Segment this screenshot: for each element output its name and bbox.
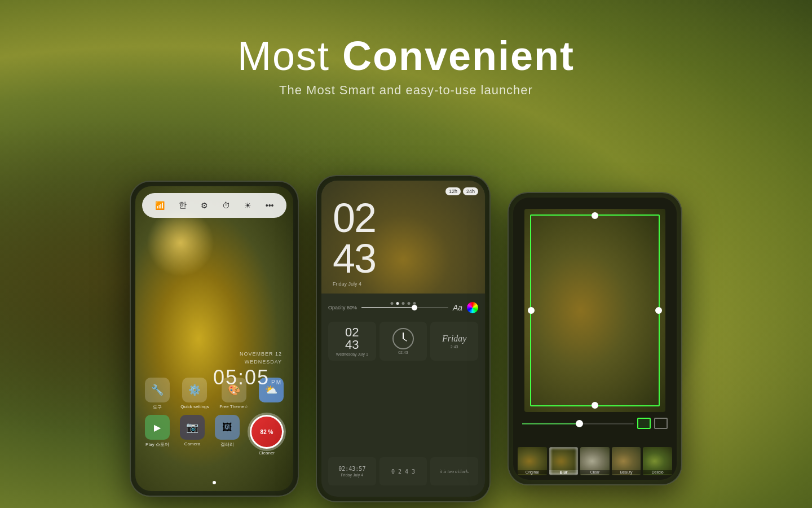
dot-2 [396, 302, 399, 305]
phone-1-date: NOVEMBER 12 WEDNESDAY [213, 351, 282, 366]
crop-handle-left[interactable] [528, 307, 535, 314]
script-sub: 2:43 [451, 345, 458, 349]
font-label[interactable]: Aa [453, 303, 462, 312]
widget-minutes: 43 [345, 339, 359, 351]
widget-date-sub: Wednesday July 1 [336, 352, 368, 356]
thumb-original-label: Original [518, 470, 547, 474]
phone-2-date: Friday July 4 [333, 281, 376, 287]
svg-line-1 [403, 339, 407, 341]
phone-3-thumbnails: Original Blur Clear Beauty Delicio [518, 447, 672, 475]
app-cleaner[interactable]: 82 % Cleaner [250, 415, 284, 456]
phone-1-toolbar[interactable]: 📶 한 ⚙ ⏱ ☀ ••• [142, 193, 286, 218]
phone-1: 📶 한 ⚙ ⏱ ☀ ••• NOVEMBER 12 WEDNESDAY 05:0… [130, 181, 299, 497]
phone-2-hours: 02 [333, 198, 376, 238]
app-gallery-label: 갤러리 [220, 441, 234, 448]
app-gallery-icon: 🖼 [215, 415, 240, 440]
phone-3-slider-fill [522, 423, 578, 424]
btn-12h[interactable]: 12h [445, 187, 461, 195]
more-icon: ••• [266, 201, 274, 210]
app-camera-label: Camera [184, 441, 200, 446]
opacity-label: Opacity 60% [328, 305, 357, 310]
bottom-widget-text-clock[interactable]: it is two o'clock. [430, 457, 478, 485]
phone-3-slider-thumb [576, 420, 583, 427]
phone-3-slider[interactable] [522, 423, 634, 424]
phone-2-screen: 12h 24h 02 43 Friday July 4 Opacity 60% … [321, 181, 485, 497]
wifi-icon: 📶 [155, 201, 165, 210]
phones-container: 📶 한 ⚙ ⏱ ☀ ••• NOVEMBER 12 WEDNESDAY 05:0… [0, 175, 812, 508]
widget-analog[interactable]: 02:43 [379, 322, 427, 361]
script-text: Friday [442, 334, 467, 344]
phone-1-glow [147, 209, 214, 277]
phone-2: 12h 24h 02 43 Friday July 4 Opacity 60% … [316, 175, 491, 502]
app-quick-settings-icon: ⚙️ [182, 378, 207, 402]
app-free-theme-label: Free Theme☆ [219, 404, 248, 409]
phone-1-datetime: NOVEMBER 12 WEDNESDAY 05:05PM [213, 351, 282, 389]
analog-time-sub: 02:43 [398, 351, 408, 354]
phone-3-screen: Original Blur Clear Beauty Delicio [513, 198, 677, 480]
phone-3: Original Blur Clear Beauty Delicio [508, 192, 682, 485]
color-picker[interactable] [467, 302, 478, 313]
title-light: Most [237, 33, 342, 78]
btn-24h[interactable]: 24h [463, 187, 478, 195]
app-tools-label: 도구 [153, 404, 162, 410]
thumb-blur-label: Blur [549, 470, 579, 474]
phone-1-app-row-2: ▶ Play 스토어 📷 Camera 🖼 갤러리 82 % Cleaner [140, 415, 289, 456]
slider-thumb [412, 305, 417, 310]
phone-2-bottom-widgets: 02:43:57 Friday July 4 0 2 4 3 it is two… [328, 457, 478, 485]
korean-icon: 한 [179, 200, 187, 211]
thumb-delicio[interactable]: Delicio [643, 447, 672, 475]
thumb-clear[interactable]: Clear [580, 447, 610, 475]
app-tools-icon: 🔧 [145, 378, 170, 402]
thumb-blur[interactable]: Blur [549, 447, 579, 475]
app-quick-settings-label: Quick settings [180, 404, 209, 409]
thumb-original[interactable]: Original [518, 447, 547, 475]
crop-handle-top[interactable] [592, 212, 598, 219]
dot-1 [391, 302, 394, 305]
countdown-text: 02:43:57 [338, 466, 365, 472]
subtitle: The Most Smart and easy-to-use launcher [0, 83, 812, 98]
crop-handle-bottom[interactable] [592, 402, 598, 409]
phone-2-big-time: 02 43 Friday July 4 [333, 198, 376, 287]
phone-1-screen: 📶 한 ⚙ ⏱ ☀ ••• NOVEMBER 12 WEDNESDAY 05:0… [135, 186, 293, 491]
widget-script[interactable]: Friday 2:43 [430, 322, 478, 361]
bottom-widget-spaced[interactable]: 0 2 4 3 [379, 457, 427, 485]
app-play-store[interactable]: ▶ Play 스토어 [145, 415, 170, 456]
phone-1-apps: 🔧 도구 ⚙️ Quick settings 🎨 Free Theme☆ ⛅ [140, 378, 289, 460]
landscape-view-icon[interactable] [654, 418, 668, 429]
countdown-date: Friday July 4 [341, 473, 363, 477]
thumb-beauty-label: Beauty [612, 470, 641, 474]
dot-5 [413, 302, 416, 305]
widget-digital-1[interactable]: 02 43 Wednesday July 1 [328, 322, 376, 361]
app-quick-settings[interactable]: ⚙️ Quick settings [180, 378, 209, 410]
widget-hours: 02 [345, 326, 359, 339]
thumb-delicio-label: Delicio [643, 470, 672, 474]
thumb-beauty[interactable]: Beauty [612, 447, 641, 475]
spaced-text: 0 2 4 3 [391, 468, 415, 475]
bottom-widget-countdown[interactable]: 02:43:57 Friday July 4 [328, 457, 376, 485]
title-bold: Convenient [342, 33, 575, 78]
slider-fill [361, 307, 413, 308]
app-camera-icon: 📷 [180, 415, 205, 440]
phone-1-page-dot [213, 481, 216, 484]
app-play-store-label: Play 스토어 [145, 441, 169, 448]
crop-handle-right[interactable] [655, 307, 662, 314]
phone-2-widgets: 02 43 Wednesday July 1 02:43 [328, 322, 478, 361]
opacity-slider[interactable] [361, 307, 448, 308]
header-section: Most Convenient The Most Smart and easy-… [0, 34, 812, 98]
phone-2-time-format[interactable]: 12h 24h [445, 187, 478, 195]
phone-3-slider-row [522, 418, 668, 429]
app-play-store-icon: ▶ [145, 415, 170, 440]
timer-icon: ⏱ [222, 201, 230, 210]
app-tools[interactable]: 🔧 도구 [145, 378, 170, 410]
main-title: Most Convenient [0, 34, 812, 78]
portrait-view-icon[interactable] [637, 418, 651, 429]
app-camera[interactable]: 📷 Camera [180, 415, 205, 456]
app-cleaner-icon: 82 % [250, 415, 284, 449]
view-mode-icons [637, 418, 668, 429]
phone-1-time: 05:05PM [213, 366, 282, 389]
settings-icon: ⚙ [201, 201, 208, 210]
app-gallery[interactable]: 🖼 갤러리 [215, 415, 240, 456]
crop-box[interactable] [530, 214, 660, 406]
text-clock-text: it is two o'clock. [440, 469, 469, 474]
phone-3-image-area[interactable] [524, 209, 665, 412]
